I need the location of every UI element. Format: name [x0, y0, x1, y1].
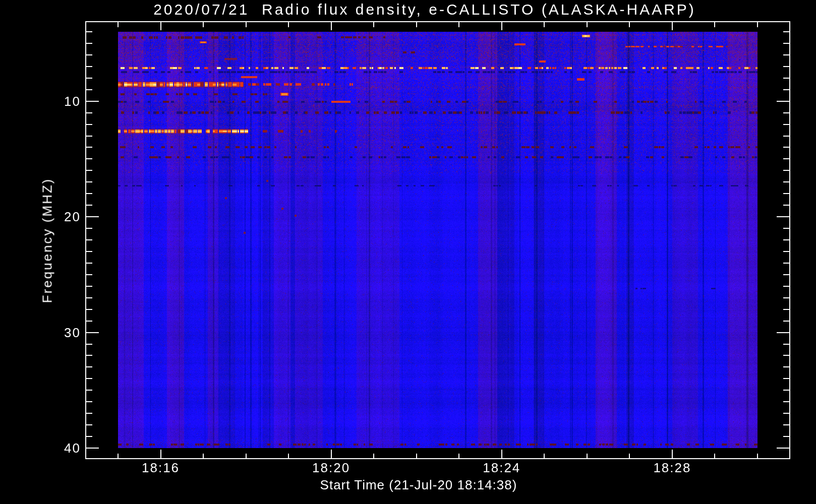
spectrogram-page: { "chart_data": { "type": "heatmap", "ti…	[0, 0, 816, 504]
y-axis-title: Frequency (MHZ)	[40, 178, 55, 303]
spectrogram-canvas	[0, 0, 816, 504]
y-tick-label: 40	[64, 440, 81, 456]
x-axis-title: Start Time (21-Jul-20 18:14:38)	[320, 477, 517, 493]
y-tick-label: 20	[64, 209, 81, 225]
x-tick-label: 18:16	[142, 460, 180, 476]
x-tick-label: 18:24	[483, 460, 520, 476]
y-tick-label: 10	[64, 93, 81, 109]
x-tick-label: 18:28	[653, 460, 691, 476]
y-tick-label: 30	[64, 325, 81, 340]
chart-title: 2020/07/21 Radio flux density, e-CALLIST…	[153, 1, 696, 18]
x-tick-label: 18:20	[312, 460, 350, 476]
